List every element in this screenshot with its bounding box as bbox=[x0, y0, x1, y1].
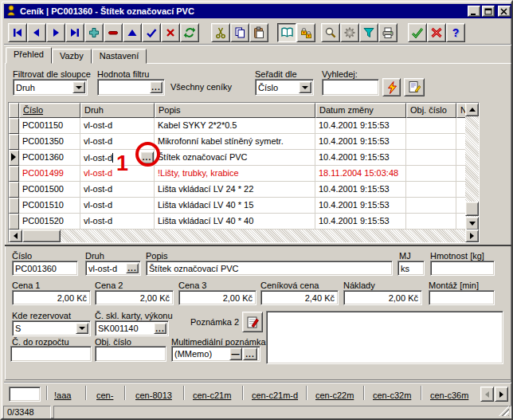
column-header-popis[interactable]: Popis bbox=[155, 103, 315, 118]
lightning-search-button[interactable] bbox=[382, 78, 401, 96]
pricelist-tab-cen-8013[interactable]: cen-8013 bbox=[135, 391, 172, 400]
skl-karta-label: Č. skl. karty, výkonu bbox=[95, 311, 173, 320]
druh-ellipsis-button[interactable]: ... bbox=[126, 263, 139, 273]
report-button[interactable] bbox=[404, 78, 425, 96]
tabs-scroll-left-button[interactable] bbox=[480, 387, 494, 402]
cena3-field[interactable]: 2,00 Kč bbox=[178, 290, 256, 305]
mj-field[interactable]: ks bbox=[397, 261, 425, 276]
tab-vazby[interactable]: Vazby bbox=[52, 49, 92, 64]
edit-record-button[interactable] bbox=[123, 23, 142, 42]
table-row[interactable]: PC001150 vl-ost-d Kabel SYKY 2*2*0.5 10.… bbox=[9, 118, 467, 134]
post-edit-button[interactable] bbox=[142, 23, 161, 42]
cena1-label: Cena 1 bbox=[12, 281, 40, 290]
filter-value-label: Hodnota filtru bbox=[97, 69, 149, 79]
skl-karta-ellipsis-button[interactable]: ... bbox=[154, 323, 166, 334]
horizontal-scroll-thumb[interactable] bbox=[22, 230, 61, 242]
table-row[interactable]: PC001499 vl-ost-d !Lišty, trubky, krabic… bbox=[9, 166, 467, 182]
kde-rezervovat-combobox[interactable]: S bbox=[12, 320, 91, 336]
insert-record-button[interactable] bbox=[84, 23, 104, 42]
column-header-obj[interactable]: Obj. číslo bbox=[406, 103, 456, 118]
table-row[interactable]: PC001520 vl-ost-d Lišta vkládací LV 40 *… bbox=[9, 214, 467, 230]
scope-label: Všechny ceníky bbox=[170, 82, 232, 92]
table-row[interactable]: PC001500 vl-ost-d Lišta vkládací LV 24 *… bbox=[9, 182, 467, 198]
minimize-button[interactable] bbox=[468, 6, 480, 17]
refresh-button[interactable] bbox=[180, 23, 199, 42]
print-button[interactable] bbox=[378, 23, 397, 42]
chevron-down-icon[interactable] bbox=[299, 81, 311, 93]
pricelist-tab-cen[interactable]: cen- bbox=[96, 391, 113, 400]
skl-karta-field[interactable]: SK001140 ... bbox=[95, 320, 169, 336]
scroll-right-button[interactable] bbox=[465, 230, 479, 242]
cut-button[interactable] bbox=[211, 23, 230, 42]
pricelist-tab-aaa[interactable]: !aaa bbox=[54, 391, 71, 400]
record-counter: 0/3348 bbox=[3, 406, 51, 419]
ok-button[interactable] bbox=[408, 23, 427, 42]
obj-cislo-field[interactable] bbox=[95, 346, 166, 362]
column-header-druh[interactable]: Druh bbox=[80, 103, 155, 118]
prior-record-button[interactable] bbox=[27, 23, 46, 42]
copy-button[interactable] bbox=[230, 23, 249, 42]
cancel-edit-button[interactable] bbox=[161, 23, 180, 42]
tab-prehled[interactable]: Přehled bbox=[6, 47, 52, 64]
filter-button[interactable] bbox=[359, 23, 378, 42]
pricelist-tab-cen-c32m[interactable]: cen-c32m bbox=[373, 391, 411, 400]
chevron-down-icon[interactable] bbox=[76, 323, 88, 334]
next-record-button[interactable] bbox=[46, 23, 65, 42]
table-row[interactable]: PC001510 vl-ost-d Lišta vkládací LV 40 *… bbox=[9, 198, 467, 214]
filter-value-input[interactable]: ... bbox=[97, 79, 165, 96]
search-input[interactable] bbox=[322, 79, 379, 96]
column-header-datum[interactable]: Datum změny bbox=[315, 103, 406, 118]
paste-button[interactable] bbox=[249, 23, 268, 42]
cena1-field[interactable]: 2,00 Kč bbox=[12, 290, 91, 305]
filter-value-ellipsis-button[interactable]: ... bbox=[150, 81, 163, 93]
tab-nastaveni[interactable]: Nastavení bbox=[92, 49, 147, 64]
pricelist-tab-cen-c21m[interactable]: cen-c21m bbox=[193, 391, 231, 400]
cena2-field[interactable]: 2,00 Kč bbox=[95, 290, 174, 305]
column-header-cislo[interactable]: Číslo bbox=[19, 103, 80, 118]
help-button[interactable]: ? bbox=[446, 23, 465, 42]
pricelist-tab-cen-c36m[interactable]: cen-c36m bbox=[430, 391, 468, 400]
last-record-button[interactable] bbox=[65, 23, 84, 42]
first-record-button[interactable] bbox=[8, 23, 27, 42]
cenikova-field[interactable]: 2,40 Kč bbox=[260, 290, 339, 305]
horizontal-scrollbar[interactable] bbox=[9, 230, 479, 242]
mmemo-field[interactable]: (MMemo) — ... bbox=[171, 346, 260, 362]
search-button[interactable] bbox=[321, 23, 340, 42]
montaz-field[interactable] bbox=[429, 290, 495, 305]
mmemo-ellipsis-button[interactable]: ... bbox=[243, 347, 257, 360]
title-bar[interactable]: Ceník | PC001360 - Štítek označovací PVC bbox=[4, 4, 512, 18]
chevron-down-icon[interactable] bbox=[72, 81, 85, 93]
druh-field[interactable]: vl-ost-d ... bbox=[85, 261, 141, 276]
rozpocet-field[interactable] bbox=[10, 346, 92, 362]
pricelist-tab-cen-c22m[interactable]: cen-c22m bbox=[315, 391, 354, 400]
footer-divider bbox=[4, 382, 512, 383]
scroll-up-button[interactable] bbox=[465, 103, 479, 116]
scroll-down-button[interactable] bbox=[465, 217, 479, 230]
tabs-scroll-right-button[interactable] bbox=[495, 387, 508, 402]
mmemo-clear-button[interactable]: — bbox=[229, 347, 242, 360]
delete-record-button[interactable] bbox=[104, 23, 123, 42]
naklady-field[interactable]: 2,00 Kč bbox=[343, 290, 422, 305]
poznamka2-textarea[interactable] bbox=[266, 311, 503, 364]
splitter[interactable] bbox=[5, 245, 511, 246]
popis-label: Popis bbox=[146, 251, 168, 261]
settings-gear-icon[interactable] bbox=[340, 23, 359, 42]
pricelist-tab-cen-c21m-d[interactable]: cen-c21m-d bbox=[252, 391, 298, 400]
cislo-field[interactable]: PC001360 bbox=[12, 261, 78, 276]
maximize-button[interactable] bbox=[482, 6, 495, 17]
footer-quick-input[interactable] bbox=[9, 387, 41, 402]
vertical-scroll-thumb[interactable] bbox=[465, 202, 479, 216]
hmotnost-field[interactable] bbox=[430, 261, 495, 276]
sort-combobox[interactable]: Číslo bbox=[255, 79, 314, 96]
scroll-left-button[interactable] bbox=[9, 230, 22, 242]
table-row-selected[interactable]: PC001360 vl-ost-d ... Štítek označovací … bbox=[9, 150, 467, 166]
vertical-scrollbar[interactable] bbox=[465, 103, 479, 230]
poznamka2-note-button[interactable] bbox=[242, 312, 263, 332]
popis-field[interactable]: Štítek označovací PVC bbox=[146, 261, 393, 276]
browse-mode-button[interactable] bbox=[277, 23, 296, 42]
lock-data-button[interactable] bbox=[296, 23, 315, 42]
filter-column-combobox[interactable]: Druh bbox=[13, 79, 88, 96]
storno-button[interactable] bbox=[427, 23, 446, 42]
table-row[interactable]: PC001350 vl-ost-d Mikrofonní kabel stíně… bbox=[9, 134, 467, 150]
close-button[interactable] bbox=[498, 6, 511, 17]
